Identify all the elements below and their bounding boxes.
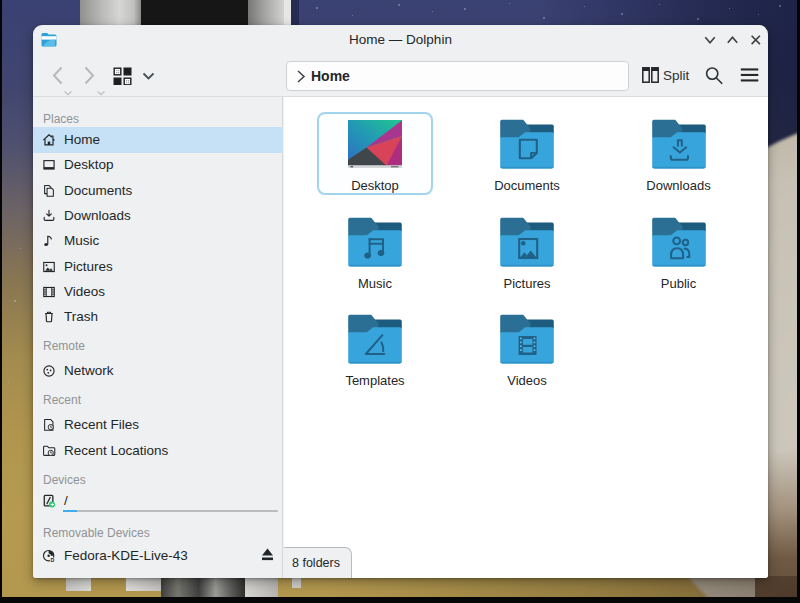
svg-text:D: D	[51, 557, 55, 563]
